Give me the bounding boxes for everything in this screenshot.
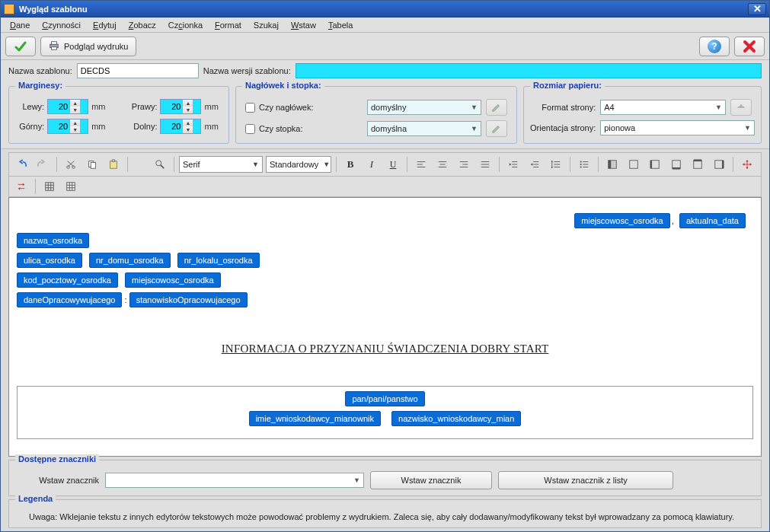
editor-scroll[interactable]: miejscowosc_osrodka, aktualna_data nazwa… <box>9 198 761 456</box>
insert-tag-button[interactable]: Wstaw znacznik <box>370 471 492 489</box>
document-title: INFORMACJA O PRZYZNANIU ŚWIADCZENIA DOBR… <box>17 317 753 371</box>
margin-right-stepper[interactable]: ▲▼ <box>160 99 201 114</box>
accept-button[interactable] <box>5 37 36 56</box>
legend-note: Uwaga: Wklejanie tekstu z innych edytoró… <box>15 512 755 521</box>
menu-wstaw[interactable]: Wstaw <box>286 19 321 31</box>
margin-bottom-stepper[interactable]: ▲▼ <box>160 119 201 134</box>
border-5-button[interactable] <box>689 156 707 173</box>
footer-checkbox[interactable] <box>245 124 255 134</box>
footer-select[interactable]: domyślna▼ <box>367 121 481 136</box>
align-left-button[interactable] <box>412 156 430 173</box>
primary-toolbar: Podgląd wydruku ? <box>1 33 769 60</box>
border-3-button[interactable] <box>646 156 664 173</box>
border-1-button[interactable] <box>603 156 621 173</box>
menubar: Dane Czynności Edytuj Zobacz Czcionka Fo… <box>1 18 769 33</box>
menu-czcionka[interactable]: Czcionka <box>164 19 207 31</box>
menu-szukaj[interactable]: Szukaj <box>249 19 283 31</box>
cut-button[interactable] <box>62 156 80 173</box>
close-button[interactable] <box>734 37 765 56</box>
page-orientation-label: Orientacja strony: <box>530 123 596 132</box>
token-flat[interactable]: nr_lokalu_osrodka <box>177 253 260 268</box>
border-6-button[interactable] <box>710 156 728 173</box>
token-street[interactable]: ulica_osrodka <box>17 253 82 268</box>
token-city[interactable]: miejscowosc_osrodka <box>125 272 221 288</box>
svg-rect-51 <box>630 161 638 169</box>
window-close-button[interactable]: ✕ <box>748 3 766 15</box>
zoom-button[interactable] <box>151 156 169 173</box>
font-style-select[interactable]: Standardowy▼ <box>266 156 331 173</box>
paper-size-group: Rozmiar papieru: Format strony: A4▼ Orie… <box>523 86 762 144</box>
svg-marker-36 <box>531 163 533 166</box>
copy-button[interactable] <box>83 156 101 173</box>
bold-button[interactable]: B <box>341 156 359 173</box>
menu-zobacz[interactable]: Zobacz <box>124 19 161 31</box>
swap-button[interactable] <box>12 178 30 195</box>
margin-top-stepper[interactable]: ▲▼ <box>47 119 88 134</box>
menu-dane[interactable]: Dane <box>5 19 34 31</box>
menu-tabela[interactable]: Tabela <box>324 19 357 31</box>
svg-rect-5 <box>738 107 745 108</box>
paste-button[interactable] <box>104 156 123 173</box>
token-zip[interactable]: kod_pocztowy_osrodka <box>17 272 118 288</box>
border-4-button[interactable] <box>667 156 685 173</box>
token-salutation[interactable]: pan/pani/panstwo <box>345 391 424 406</box>
undo-button[interactable] <box>12 156 30 173</box>
page-format-select[interactable]: A4▼ <box>600 100 726 115</box>
underline-button[interactable]: U <box>384 156 402 173</box>
header-footer-group: Nagłówek i stopka: Czy nagłówek: domyśln… <box>235 86 517 144</box>
header-checkbox[interactable] <box>245 103 255 113</box>
svg-line-16 <box>161 165 164 168</box>
svg-point-43 <box>580 164 582 165</box>
insert-tag-select[interactable]: ▼ <box>105 473 364 488</box>
italic-button[interactable]: I <box>363 156 381 173</box>
editor-toolbar-row2 <box>8 177 762 197</box>
menu-format[interactable]: Format <box>210 19 246 31</box>
svg-marker-63 <box>746 167 749 170</box>
token-firstname[interactable]: imie_wnioskodawcy_mianownik <box>249 411 381 426</box>
header-label: Czy nagłówek: <box>259 103 363 112</box>
svg-rect-54 <box>673 161 681 169</box>
redo-button[interactable] <box>34 156 52 173</box>
print-preview-button[interactable]: Podgląd wydruku <box>40 37 136 56</box>
template-version-input[interactable] <box>296 63 762 78</box>
header-edit-button[interactable] <box>486 99 507 116</box>
margin-left-stepper[interactable]: ▲▼ <box>47 99 88 114</box>
token-position[interactable]: stanowiskoOpracowujacego <box>129 292 248 307</box>
svg-marker-6 <box>739 104 743 107</box>
help-button[interactable]: ? <box>699 37 730 56</box>
pencil-icon <box>491 123 502 134</box>
token-lastname[interactable]: nazwisko_wnioskodawcy_mian <box>391 411 521 426</box>
svg-marker-66 <box>23 183 25 186</box>
align-justify-button[interactable] <box>476 156 494 173</box>
insert-tag-from-list-button[interactable]: Wstaw znacznik z listy <box>498 471 673 489</box>
template-name-input[interactable] <box>77 63 199 78</box>
token-house[interactable]: nr_domu_osrodka <box>89 253 171 268</box>
move-button[interactable] <box>738 156 756 173</box>
token-org-name[interactable]: nazwa_osrodka <box>17 233 89 248</box>
table-grid2-button[interactable] <box>62 178 80 195</box>
align-center-button[interactable] <box>433 156 452 173</box>
svg-rect-58 <box>715 161 724 169</box>
settings-row: Marginesy: Lewy: ▲▼ mm Prawy: ▲▼ mm Górn… <box>1 81 769 149</box>
editor-area: miejscowosc_osrodka, aktualna_data nazwa… <box>8 197 762 457</box>
table-grid-button[interactable] <box>40 178 59 195</box>
token-place[interactable]: miejscowosc_osrodka <box>574 213 670 228</box>
svg-rect-12 <box>91 162 95 168</box>
svg-rect-50 <box>609 161 612 169</box>
menu-czynnosci[interactable]: Czynności <box>37 19 85 31</box>
menu-edytuj[interactable]: Edytuj <box>88 19 121 31</box>
font-family-select[interactable]: Serif▼ <box>179 156 263 173</box>
indent-decrease-button[interactable] <box>504 156 522 173</box>
align-right-button[interactable] <box>455 156 473 173</box>
border-2-button[interactable] <box>625 156 643 173</box>
footer-edit-button[interactable] <box>486 120 507 137</box>
line-spacing-button[interactable] <box>547 156 565 173</box>
page-format-extra-button[interactable] <box>730 99 752 116</box>
header-select[interactable]: domyślny▼ <box>367 100 481 115</box>
page-orientation-select[interactable]: pionowa▼ <box>600 120 755 135</box>
indent-increase-button[interactable] <box>526 156 544 173</box>
svg-marker-67 <box>18 187 21 190</box>
token-date[interactable]: aktualna_data <box>679 213 746 228</box>
token-person[interactable]: daneOpracowywujacego <box>17 292 122 307</box>
list-bullet-button[interactable] <box>575 156 593 173</box>
